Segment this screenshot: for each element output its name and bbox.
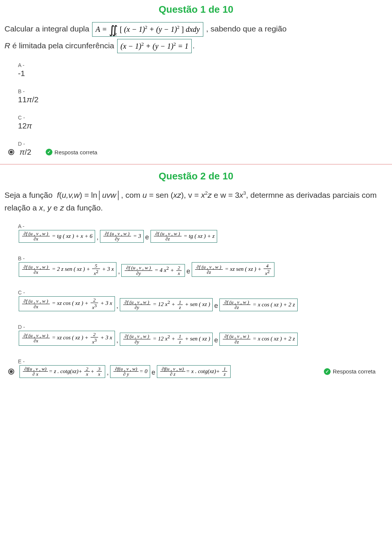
eq-box: ∂f (u , v , w )∂x = tg ( xz ) + x + 6 (19, 230, 95, 243)
joiner-comma: , (96, 233, 99, 243)
option-value: 12π (18, 121, 379, 130)
option-value: -1 (18, 69, 379, 78)
q1-prompt-post: , sabendo que a região (206, 24, 287, 33)
q1-prompt-pre: Calcular a integral dupla (4, 24, 91, 33)
question-separator (0, 164, 392, 164)
eq-box: ∂f (u , v , w )∂y = 12 x2 + 1z + sen ( x… (120, 298, 213, 311)
q2-option-B[interactable]: B - ∂f (u , v , w )∂x = 2 z sen ( xz ) +… (18, 255, 379, 277)
correct-label: Resposta correta (55, 149, 97, 155)
eq-box: ∂f (u , v , w )∂z = x cos ( xz ) + 2 z (219, 333, 297, 345)
radio-selected-icon[interactable] (8, 369, 14, 375)
option-letter: B - (18, 255, 379, 261)
q1-integral-box: A = ∬R [ (x − 1)2 + (y − 1)2 ] dxdy (92, 22, 203, 37)
q2-option-E[interactable]: E - ∂f(u , v , w)∂ x= z . cotg(xz)+ 2x+ … (18, 358, 379, 378)
option-letter: D - (18, 324, 379, 330)
q1-option-A[interactable]: A - -1 (18, 62, 379, 78)
option-letter: D - (18, 141, 379, 147)
option-letter: C - (18, 115, 379, 121)
check-icon: ✓ (46, 149, 52, 155)
joiner-comma: , (106, 369, 109, 378)
correct-answer-badge: ✓ Resposta correta (324, 368, 376, 375)
q1-circle-box: (x − 1)2 + (y − 1)2 = 1 (117, 39, 192, 53)
question-2-title: Questão 2 de 10 (0, 167, 392, 189)
eq-box: ∂f(u , v , w)∂ z= x . cotg(xz)+ 1z (157, 365, 231, 378)
q1-line2-post: . (192, 41, 195, 50)
joiner-comma: , (116, 336, 119, 346)
joiner-e: e (151, 369, 156, 378)
question-2-prompt: Seja a função f(u,v,w) = ln│uvw│, com u … (0, 189, 392, 219)
option-value: 11π/2 (18, 95, 379, 104)
joiner-e: e (145, 233, 150, 243)
q2-option-A[interactable]: A - ∂f (u , v , w )∂x = tg ( xz ) + x + … (18, 223, 379, 243)
q2-option-D[interactable]: D - ∂f (u , v , w )∂x = xz cos ( xz ) + … (18, 324, 379, 346)
eq-box: ∂f (u , v , w )∂y = 12 x2 + 1z + sen ( x… (120, 333, 213, 346)
joiner-e: e (213, 336, 219, 346)
eq-box: ∂f(u , v , w)∂ x= z . cotg(xz)+ 2x+ 3x (19, 365, 105, 378)
eq-box: ∂f (u , v , w )∂y = 3 (100, 230, 144, 243)
eq-box: ∂f (u , v , w )∂z = x cos ( xz ) + 2 z (219, 299, 297, 311)
correct-answer-badge: ✓ Resposta correta (46, 149, 97, 155)
joiner-e: e (186, 267, 191, 277)
question-1-prompt: Calcular a integral dupla A = ∬R [ (x − … (0, 22, 392, 58)
radio-selected-icon[interactable] (8, 149, 14, 155)
eq-box: ∂f(u , v , w)∂ y= 0 (110, 365, 150, 378)
option-letter: C - (18, 290, 379, 296)
correct-label: Resposta correta (333, 368, 376, 375)
q1-options: A - -1 B - 11π/2 C - 12π D - π/2 ✓ Respo… (0, 58, 392, 163)
q1-option-B[interactable]: B - 11π/2 (18, 88, 379, 104)
eq-box: ∂f (u , v , w )∂z = xz sen ( xz ) + 4x2 (192, 262, 274, 277)
joiner-comma: , (116, 302, 119, 311)
check-icon: ✓ (324, 368, 331, 375)
eq-box: ∂f (u , v , w )∂x = xz cos ( xz ) + 2x3 … (19, 296, 115, 311)
q1-option-D[interactable]: π/2 ✓ Resposta correta (8, 148, 379, 157)
question-1-title: Questão 1 de 10 (0, 0, 392, 22)
q2-options: A - ∂f (u , v , w )∂x = tg ( xz ) + x + … (0, 219, 392, 385)
option-letter: A - (18, 62, 379, 68)
option-letter: B - (18, 88, 379, 94)
q1-option-C[interactable]: C - 12π (18, 115, 379, 130)
eq-box: ∂f (u , v , w )∂z = tg ( xz ) + z (151, 230, 217, 243)
eq-box: ∂f (u , v , w )∂x = 2 z sen ( xz ) + 5x2… (19, 262, 116, 277)
q2-option-C[interactable]: C - ∂f (u , v , w )∂x = xz cos ( xz ) + … (18, 290, 379, 311)
eq-box: ∂f (u , v , w )∂x = xz cos ( xz ) + 2x3 … (19, 331, 115, 346)
option-value: π/2 (19, 148, 31, 157)
option-letter: E - (18, 358, 379, 364)
joiner-comma: , (117, 267, 121, 277)
eq-box: ∂f (u , v , w )∂y = 4 x2 + 2x (121, 264, 185, 277)
joiner-e: e (213, 302, 219, 311)
option-letter: A - (18, 223, 379, 229)
